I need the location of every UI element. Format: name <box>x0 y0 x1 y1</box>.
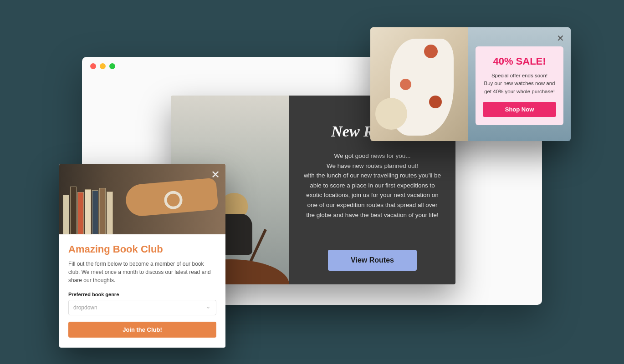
book-title: Amazing Book Club <box>68 243 216 255</box>
routes-body: We got good news for you... We have new … <box>303 151 442 220</box>
window-minimize-icon[interactable] <box>100 63 106 69</box>
sale-body: Special offer ends soon! Buy our new wat… <box>483 72 556 96</box>
sale-content: ✕ 40% SALE! Special offer ends soon! Buy… <box>468 27 571 141</box>
view-routes-button[interactable]: View Routes <box>328 250 417 271</box>
close-icon[interactable]: ✕ <box>557 33 564 44</box>
close-icon[interactable]: ✕ <box>211 168 220 181</box>
genre-select[interactable]: dropdown <box>68 300 216 315</box>
genre-label: Preferred book genre <box>68 292 216 297</box>
window-maximize-icon[interactable] <box>109 63 115 69</box>
shop-now-button[interactable]: Shop Now <box>483 102 556 117</box>
sale-title: 40% SALE! <box>483 56 556 67</box>
book-club-popup: ✕ Amazing Book Club Fill out the form be… <box>59 164 225 348</box>
join-club-button[interactable]: Join the Club! <box>68 322 216 338</box>
sale-card: 40% SALE! Special offer ends soon! Buy o… <box>476 46 563 125</box>
book-content: Amazing Book Club Fill out the form belo… <box>59 234 225 348</box>
book-body: Fill out the form below to become a memb… <box>68 260 216 284</box>
sale-hero-image <box>370 27 468 141</box>
sale-popup: ✕ 40% SALE! Special offer ends soon! Buy… <box>370 27 571 141</box>
window-close-icon[interactable] <box>90 63 96 69</box>
book-hero-image: ✕ <box>59 164 225 234</box>
